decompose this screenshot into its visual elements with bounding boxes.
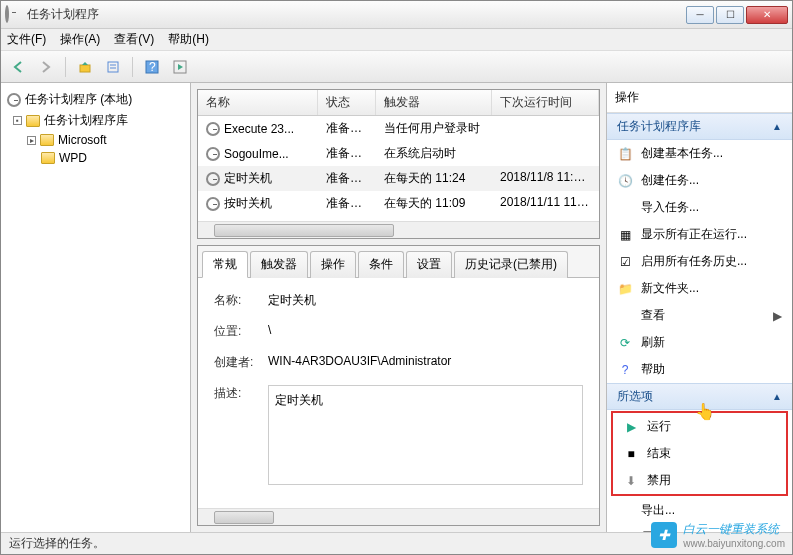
close-button[interactable]: ✕ <box>746 6 788 24</box>
titlebar: 任务计划程序 ─ ☐ ✕ <box>1 1 792 29</box>
actions-panel: 操作 任务计划程序库▲ 📋创建基本任务... 🕓创建任务... 导入任务... … <box>607 83 792 532</box>
tree-child-microsoft[interactable]: ▸ Microsoft <box>39 131 186 149</box>
stop-icon: ■ <box>623 446 639 462</box>
menubar: 文件(F) 操作(A) 查看(V) 帮助(H) <box>1 29 792 51</box>
help-button[interactable]: ? <box>141 56 163 78</box>
action-end[interactable]: ■结束 <box>613 440 786 467</box>
task-list-body: Execute 23... 准备就绪 当任何用户登录时 SogouIme... … <box>198 116 599 221</box>
tab-conditions[interactable]: 条件 <box>358 251 404 278</box>
value-name: 定时关机 <box>268 292 583 309</box>
task-icon <box>206 172 220 186</box>
menu-action[interactable]: 操作(A) <box>60 31 100 48</box>
collapse-icon[interactable]: ▪ <box>13 116 22 125</box>
action-disable[interactable]: ⬇禁用 <box>613 467 786 494</box>
task-row-selected[interactable]: 定时关机 准备就绪 在每天的 11:24 2018/11/8 11:24:05 <box>198 166 599 191</box>
label-desc: 描述: <box>214 385 254 402</box>
submenu-arrow-icon: ▶ <box>773 309 782 323</box>
value-desc[interactable]: 定时关机 <box>268 385 583 485</box>
action-export[interactable]: 导出... <box>607 497 792 524</box>
col-next[interactable]: 下次运行时间 <box>492 90 599 115</box>
task-row[interactable]: Execute 23... 准备就绪 当任何用户登录时 <box>198 116 599 141</box>
task-icon <box>206 197 220 211</box>
label-creator: 创建者: <box>214 354 254 371</box>
tab-triggers[interactable]: 触发器 <box>250 251 308 278</box>
action-run[interactable]: ▶运行 <box>613 413 786 440</box>
app-icon <box>5 7 21 23</box>
menu-file[interactable]: 文件(F) <box>7 31 46 48</box>
actions-title: 操作 <box>607 83 792 113</box>
task-detail: 常规 触发器 操作 条件 设置 历史记录(已禁用) 名称:定时关机 位置:\ 创… <box>197 245 600 526</box>
action-view[interactable]: 查看▶ <box>607 302 792 329</box>
svg-text:?: ? <box>149 60 156 74</box>
detail-tabs: 常规 触发器 操作 条件 设置 历史记录(已禁用) <box>198 246 599 278</box>
label-location: 位置: <box>214 323 254 340</box>
window-controls: ─ ☐ ✕ <box>686 6 788 24</box>
running-icon: ▦ <box>617 227 633 243</box>
svg-rect-1 <box>108 62 118 72</box>
refresh-icon: ⟳ <box>617 335 633 351</box>
task-row[interactable]: SogouIme... 准备就绪 在系统启动时 <box>198 141 599 166</box>
task-icon <box>206 147 220 161</box>
collapse-arrow-icon: ▲ <box>772 121 782 132</box>
action-properties[interactable]: ☰属性 <box>607 524 792 532</box>
actions-section-library[interactable]: 任务计划程序库▲ <box>607 113 792 140</box>
action-new-folder[interactable]: 📁新文件夹... <box>607 275 792 302</box>
disable-icon: ⬇ <box>623 473 639 489</box>
actions-section-selected[interactable]: 所选项▲ <box>607 383 792 410</box>
highlight-box: ▶运行 ■结束 ⬇禁用 <box>611 411 788 496</box>
minimize-button[interactable]: ─ <box>686 6 714 24</box>
task-icon <box>206 122 220 136</box>
collapse-arrow-icon: ▲ <box>772 391 782 402</box>
task-row[interactable]: 按时关机 准备就绪 在每天的 11:09 2018/11/11 11:09:03 <box>198 191 599 216</box>
nav-back-button[interactable] <box>7 56 29 78</box>
tree-child-wpd[interactable]: WPD <box>39 149 186 167</box>
action-create-basic-task[interactable]: 📋创建基本任务... <box>607 140 792 167</box>
window-title: 任务计划程序 <box>27 6 686 23</box>
task-list: 名称 状态 触发器 下次运行时间 Execute 23... 准备就绪 当任何用… <box>197 89 600 239</box>
nav-forward-button[interactable] <box>35 56 57 78</box>
up-level-button[interactable] <box>74 56 96 78</box>
action-enable-history[interactable]: ☑启用所有任务历史... <box>607 248 792 275</box>
folder-icon: 📁 <box>617 281 633 297</box>
scrollbar-thumb[interactable] <box>214 511 274 524</box>
folder-icon <box>40 134 54 146</box>
tree-child-label: WPD <box>59 151 87 165</box>
actions-body: 任务计划程序库▲ 📋创建基本任务... 🕓创建任务... 导入任务... ▦显示… <box>607 113 792 532</box>
maximize-button[interactable]: ☐ <box>716 6 744 24</box>
tree-library[interactable]: ▪ 任务计划程序库 <box>11 110 186 131</box>
history-icon: ☑ <box>617 254 633 270</box>
tree-root[interactable]: 任务计划程序 (本地) <box>5 89 186 110</box>
scrollbar-thumb[interactable] <box>214 224 394 237</box>
horizontal-scrollbar[interactable] <box>198 221 599 238</box>
run-button[interactable] <box>169 56 191 78</box>
tab-history[interactable]: 历史记录(已禁用) <box>454 251 568 278</box>
col-status[interactable]: 状态 <box>318 90 376 115</box>
menu-view[interactable]: 查看(V) <box>114 31 154 48</box>
folder-icon <box>26 115 40 127</box>
tab-settings[interactable]: 设置 <box>406 251 452 278</box>
tree-library-label: 任务计划程序库 <box>44 112 128 129</box>
tab-general[interactable]: 常规 <box>202 251 248 278</box>
properties-button[interactable] <box>102 56 124 78</box>
col-name[interactable]: 名称 <box>198 90 318 115</box>
tree-root-label: 任务计划程序 (本地) <box>25 91 132 108</box>
col-trigger[interactable]: 触发器 <box>376 90 492 115</box>
expand-icon[interactable]: ▸ <box>27 136 36 145</box>
wizard-icon: 📋 <box>617 146 633 162</box>
action-create-task[interactable]: 🕓创建任务... <box>607 167 792 194</box>
task-list-header: 名称 状态 触发器 下次运行时间 <box>198 90 599 116</box>
folder-icon <box>41 152 55 164</box>
action-help[interactable]: ?帮助 <box>607 356 792 383</box>
tree-child-label: Microsoft <box>58 133 107 147</box>
action-import-task[interactable]: 导入任务... <box>607 194 792 221</box>
tree-panel: 任务计划程序 (本地) ▪ 任务计划程序库 ▸ Microsoft WPD <box>1 83 191 532</box>
action-refresh[interactable]: ⟳刷新 <box>607 329 792 356</box>
help-icon: ? <box>617 362 633 378</box>
new-task-icon: 🕓 <box>617 173 633 189</box>
detail-scrollbar[interactable] <box>198 508 599 525</box>
menu-help[interactable]: 帮助(H) <box>168 31 209 48</box>
label-name: 名称: <box>214 292 254 309</box>
tab-actions[interactable]: 操作 <box>310 251 356 278</box>
action-show-running[interactable]: ▦显示所有正在运行... <box>607 221 792 248</box>
toolbar: ? <box>1 51 792 83</box>
